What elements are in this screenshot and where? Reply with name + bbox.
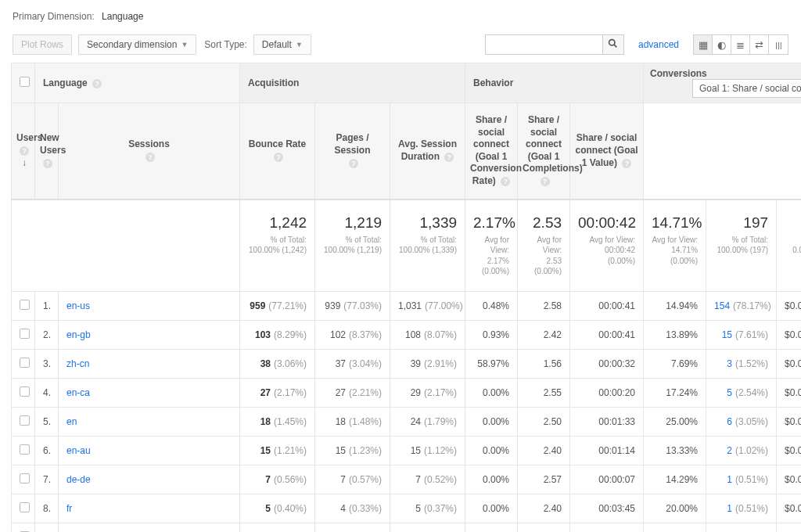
goal-select[interactable]: Goal 1: Share / social connect ▼ [692, 79, 801, 98]
plot-rows-button[interactable]: Plot Rows [13, 34, 72, 55]
row-index: 6. [35, 436, 59, 465]
table-row: 4.en-ca27(2.17%)27(2.21%)29(2.17%)0.00%2… [12, 378, 802, 407]
row-checkbox[interactable] [20, 300, 30, 310]
row-checkbox[interactable] [20, 444, 30, 455]
help-icon[interactable]: ? [541, 177, 550, 186]
view-performance-icon[interactable]: ≣ [731, 35, 750, 54]
data-table: Language ? Acquisition Behavior Conversi… [11, 63, 801, 532]
help-icon[interactable]: ? [622, 159, 631, 168]
help-icon[interactable]: ? [145, 153, 155, 162]
help-icon[interactable]: ? [20, 146, 29, 156]
table-row: 7.de-de7(0.56%)7(0.57%)7(0.52%)0.00%2.57… [12, 465, 802, 494]
row-language: en-au [59, 436, 240, 465]
language-link[interactable]: en-gb [66, 329, 91, 340]
language-link[interactable]: de-de [66, 474, 91, 485]
view-toggle: ▦ ◐ ≣ ⇄ ⫼ [693, 34, 788, 55]
col-value[interactable]: Share / social connect (Goal 1 Value) ? [570, 103, 644, 200]
col-completions[interactable]: Share / social connect (Goal 1 Completio… [518, 103, 570, 200]
row-index: 3. [35, 349, 59, 378]
row-index: 2. [35, 320, 59, 349]
group-conversions: Conversions [650, 68, 707, 79]
summary-row: 1,242% of Total: 100.00% (1,242) 1,219% … [12, 200, 802, 292]
col-conv-rate[interactable]: Share / social connect (Goal 1 Conversio… [465, 103, 518, 200]
row-index: 8. [35, 494, 59, 523]
select-all-checkbox[interactable] [20, 77, 30, 87]
row-language: en-ca [59, 378, 240, 407]
row-checkbox[interactable] [20, 502, 30, 512]
language-link[interactable]: zh-cn [66, 358, 89, 369]
row-checkbox[interactable] [20, 473, 30, 483]
help-icon[interactable]: ? [274, 153, 283, 162]
view-data-table-icon[interactable]: ▦ [694, 35, 713, 54]
goal-select-value: Goal 1: Share / social connect [699, 83, 801, 94]
row-checkbox[interactable] [20, 329, 30, 339]
row-index: 9. [35, 523, 59, 532]
table-row: 1.en-us959(77.21%)939(77.03%)1,031(77.00… [12, 291, 802, 320]
svg-point-0 [609, 40, 615, 45]
table-row: 6.en-au15(1.21%)15(1.23%)15(1.12%)0.00%2… [12, 436, 802, 465]
row-checkbox[interactable] [20, 415, 30, 426]
help-icon[interactable]: ? [92, 79, 102, 88]
help-icon[interactable]: ? [349, 159, 358, 168]
col-sessions[interactable]: Sessions? [59, 103, 240, 200]
table-toolbar: Plot Rows Secondary dimension ▼ Sort Typ… [11, 30, 790, 63]
col-new-users[interactable]: New Users? [35, 103, 59, 200]
table-row: 5.en18(1.45%)18(1.48%)24(1.79%)0.00%2.50… [12, 407, 802, 436]
col-language: Language [43, 77, 88, 88]
table-row: 9.ru-ru5(0.40%)5(0.41%)6(0.45%)0.00%2.67… [12, 523, 802, 532]
row-checkbox[interactable] [20, 358, 30, 368]
chevron-down-icon: ▼ [181, 41, 188, 49]
row-language: zh-cn [59, 349, 240, 378]
row-language: en [59, 407, 240, 436]
group-behavior: Behavior [465, 63, 644, 103]
language-link[interactable]: en-us [66, 300, 90, 311]
view-pivot-icon[interactable]: ⫼ [769, 35, 788, 54]
primary-dimension-label: Primary Dimension: [13, 11, 95, 22]
col-pages[interactable]: Pages / Session? [315, 103, 390, 200]
row-index: 4. [35, 378, 59, 407]
chevron-down-icon: ▼ [296, 41, 303, 49]
secondary-dimension-label: Secondary dimension [87, 39, 177, 50]
help-icon[interactable]: ? [444, 153, 454, 162]
language-link[interactable]: en [66, 416, 77, 427]
search-button[interactable] [602, 34, 624, 55]
col-bounce[interactable]: Bounce Rate ? [240, 103, 315, 200]
view-percentage-icon[interactable]: ◐ [713, 35, 731, 54]
primary-dimension-value: Language [102, 11, 143, 22]
search-icon [608, 38, 618, 51]
search-input[interactable] [485, 34, 602, 55]
row-index: 5. [35, 407, 59, 436]
language-link[interactable]: fr [66, 503, 72, 514]
sort-type-value: Default [262, 39, 292, 50]
row-index: 7. [35, 465, 59, 494]
advanced-link[interactable]: advanced [638, 39, 679, 50]
svg-line-1 [615, 45, 617, 47]
help-icon[interactable]: ? [501, 177, 510, 186]
help-icon[interactable]: ? [43, 159, 52, 168]
row-language: ru-ru [59, 523, 240, 532]
row-checkbox[interactable] [20, 386, 30, 397]
primary-dimension: Primary Dimension: Language [11, 8, 790, 30]
sort-desc-icon: ↓ [22, 157, 27, 168]
row-language: en-us [59, 291, 240, 320]
language-link[interactable]: en-ca [66, 387, 90, 398]
secondary-dimension-select[interactable]: Secondary dimension ▼ [78, 34, 196, 55]
group-acquisition: Acquisition [240, 63, 465, 103]
language-link[interactable]: en-au [66, 445, 91, 456]
sort-type-select[interactable]: Default ▼ [253, 34, 311, 55]
table-row: 2.en-gb103(8.29%)102(8.37%)108(8.07%)0.9… [12, 320, 802, 349]
row-index: 1. [35, 291, 59, 320]
row-language: en-gb [59, 320, 240, 349]
table-row: 3.zh-cn38(3.06%)37(3.04%)39(2.91%)58.97%… [12, 349, 802, 378]
col-users[interactable]: Users?↓ [12, 103, 35, 200]
view-comparison-icon[interactable]: ⇄ [750, 35, 769, 54]
row-language: de-de [59, 465, 240, 494]
table-row: 8.fr5(0.40%)4(0.33%)5(0.37%)0.00%2.4000:… [12, 494, 802, 523]
col-duration[interactable]: Avg. Session Duration ? [390, 103, 465, 200]
row-language: fr [59, 494, 240, 523]
sort-type-label: Sort Type: [204, 39, 246, 50]
